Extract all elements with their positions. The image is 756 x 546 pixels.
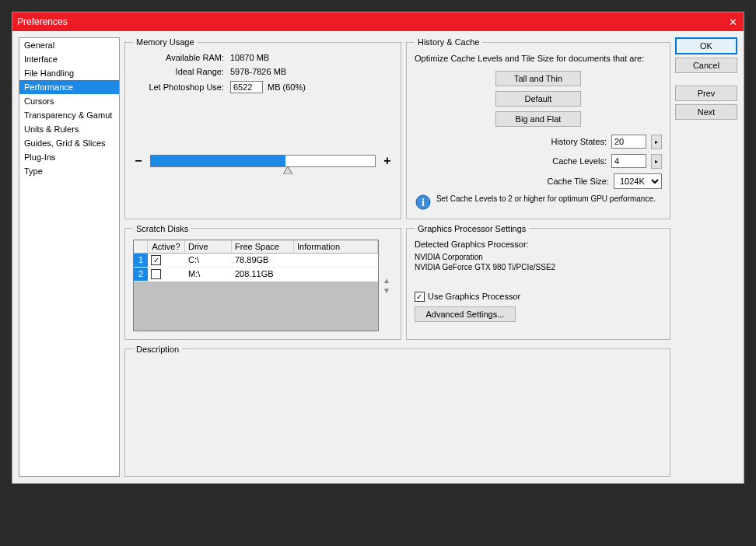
advanced-settings-button[interactable]: Advanced Settings... <box>415 306 516 322</box>
sidebar-item-plugins[interactable]: Plug-Ins <box>19 150 119 164</box>
move-up-icon[interactable]: ▲ <box>380 276 393 285</box>
big-flat-button[interactable]: Big and Flat <box>495 111 581 127</box>
preferences-window: Preferences ✕ General Interface File Han… <box>12 12 744 484</box>
disk-drive: M:\ <box>185 268 232 281</box>
sidebar-item-interface[interactable]: Interface <box>19 52 119 66</box>
slider-fill <box>151 156 285 166</box>
cache-tile-select[interactable]: 1024K <box>614 173 662 189</box>
cache-levels-spinner[interactable]: ▸ <box>651 154 662 169</box>
default-button[interactable]: Default <box>495 91 581 107</box>
photoshop-use-label: Let Photoshop Use: <box>133 82 230 92</box>
available-ram-label: Available RAM: <box>133 53 230 62</box>
description-group: Description <box>124 345 670 477</box>
col-active: Active? <box>148 240 185 253</box>
history-intro: Optimize Cache Levels and Tile Size for … <box>415 53 662 65</box>
memory-slider[interactable] <box>150 155 376 167</box>
slider-plus-button[interactable]: + <box>382 154 393 168</box>
info-icon: i <box>415 194 432 211</box>
disk-drive: C:\ <box>185 254 232 267</box>
sidebar-item-guides[interactable]: Guides, Grid & Slices <box>19 136 119 150</box>
category-sidebar: General Interface File Handling Performa… <box>19 37 120 477</box>
col-info: Information <box>294 240 378 253</box>
scratch-disks-group: Scratch Disks Active? Drive Free Space I… <box>124 224 401 340</box>
cache-levels-input[interactable] <box>611 154 646 168</box>
gpu-device: NVIDIA GeForce GTX 980 Ti/PCIe/SSE2 <box>415 262 662 273</box>
titlebar: Preferences ✕ <box>12 12 744 31</box>
ok-button[interactable]: OK <box>675 37 737 54</box>
col-drive: Drive <box>185 240 232 253</box>
svg-marker-0 <box>283 166 292 174</box>
close-icon[interactable]: ✕ <box>726 16 739 28</box>
sidebar-item-units[interactable]: Units & Rulers <box>19 122 119 136</box>
sidebar-item-cursors[interactable]: Cursors <box>19 94 119 108</box>
sidebar-item-type[interactable]: Type <box>19 164 119 178</box>
gpu-legend: Graphics Processor Settings <box>415 224 529 233</box>
history-states-label: History States: <box>551 137 607 146</box>
table-header: Active? Drive Free Space Information <box>134 240 378 254</box>
disk-free: 78.89GB <box>232 254 294 267</box>
move-down-icon[interactable]: ▼ <box>380 286 393 295</box>
slider-handle-icon[interactable] <box>283 166 292 174</box>
ideal-range-label: Ideal Range: <box>133 67 230 76</box>
sidebar-item-performance[interactable]: Performance <box>19 80 119 94</box>
disk-info <box>294 254 378 267</box>
disk-free: 208.11GB <box>232 268 294 281</box>
description-legend: Description <box>133 345 182 354</box>
ideal-range-value: 5978-7826 MB <box>230 67 286 76</box>
history-states-spinner[interactable]: ▸ <box>651 135 662 149</box>
col-free: Free Space <box>232 240 294 253</box>
row-num: 1 <box>134 254 148 267</box>
svg-text:i: i <box>422 197 425 208</box>
history-states-input[interactable] <box>611 135 646 149</box>
photoshop-use-input[interactable] <box>230 81 263 93</box>
cache-levels-label: Cache Levels: <box>552 156 607 166</box>
detected-gpu-label: Detected Graphics Processor: <box>415 240 662 249</box>
gpu-settings-group: Graphics Processor Settings Detected Gra… <box>406 224 670 340</box>
history-cache-group: History & Cache Optimize Cache Levels an… <box>406 37 670 219</box>
row-num: 2 <box>134 268 148 281</box>
sidebar-item-general[interactable]: General <box>19 38 119 52</box>
photoshop-use-suffix: MB (60%) <box>268 82 306 92</box>
next-button[interactable]: Next <box>675 104 737 120</box>
use-gpu-label: Use Graphics Processor <box>428 292 520 301</box>
history-legend: History & Cache <box>415 37 482 47</box>
gpu-vendor: NVIDIA Corporation <box>415 252 662 263</box>
sidebar-item-file-handling[interactable]: File Handling <box>19 66 119 80</box>
cancel-button[interactable]: Cancel <box>675 58 737 73</box>
window-title: Preferences <box>17 16 726 27</box>
cache-note: Set Cache Levels to 2 or higher for opti… <box>436 194 656 204</box>
table-row[interactable]: 1 ✓ C:\ 78.89GB <box>134 254 378 268</box>
cache-tile-label: Cache Tile Size: <box>548 177 609 186</box>
sidebar-item-transparency[interactable]: Transparency & Gamut <box>19 108 119 122</box>
table-row[interactable]: 2 M:\ 208.11GB <box>134 268 378 282</box>
disk-active-checkbox[interactable] <box>151 269 161 279</box>
tall-thin-button[interactable]: Tall and Thin <box>495 71 581 86</box>
use-gpu-checkbox[interactable]: ✓ <box>415 292 425 302</box>
disk-info <box>294 268 378 281</box>
disk-active-checkbox[interactable]: ✓ <box>151 255 161 265</box>
scratch-legend: Scratch Disks <box>133 224 191 233</box>
prev-button[interactable]: Prev <box>675 86 737 101</box>
available-ram-value: 10870 MB <box>230 53 269 62</box>
scratch-disk-table: Active? Drive Free Space Information 1 ✓… <box>133 240 379 331</box>
memory-legend: Memory Usage <box>133 37 198 47</box>
slider-minus-button[interactable]: − <box>133 154 144 168</box>
memory-usage-group: Memory Usage Available RAM: 10870 MB Ide… <box>124 37 401 219</box>
